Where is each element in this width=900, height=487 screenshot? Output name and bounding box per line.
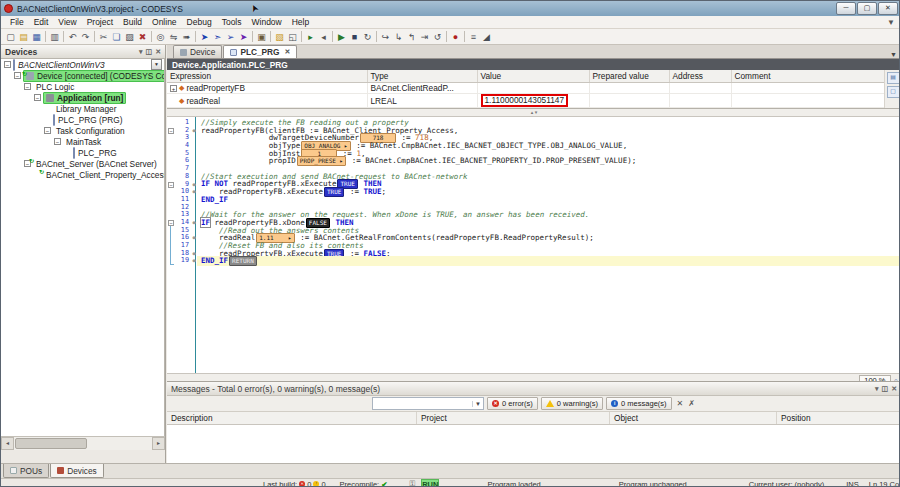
new-file-icon[interactable]: ▢ [4, 30, 17, 43]
tree-horizontal-scrollbar[interactable]: ◂ ▸ [1, 436, 165, 450]
minimize-button[interactable]: ─ [836, 2, 856, 15]
print-icon[interactable]: ▥ [48, 30, 61, 43]
paste-icon[interactable]: ▨ [123, 30, 136, 43]
collapse-icon[interactable]: − [44, 127, 51, 134]
pin-icon[interactable]: ◫ [146, 48, 153, 56]
menu-project[interactable]: Project [82, 17, 118, 27]
scrollbar-thumb[interactable] [15, 438, 87, 449]
tab-pous[interactable]: POUs [3, 464, 49, 478]
dock-menu-icon[interactable]: ▾ [875, 385, 879, 393]
menu-edit[interactable]: Edit [29, 17, 54, 27]
watch-code-splitter[interactable]: ▴ ▾ [167, 109, 900, 117]
menu-online[interactable]: Online [147, 17, 182, 27]
tab-list-dropdown-icon[interactable]: ▼ [890, 51, 897, 58]
close-button[interactable]: ✕ [878, 2, 898, 15]
fold-collapse-icon[interactable]: − [167, 219, 175, 227]
monitor-pane-icon[interactable]: ▢ [887, 86, 900, 98]
find-next-icon[interactable]: ➠ [180, 30, 193, 43]
menu-window[interactable]: Window [247, 17, 287, 27]
expand-icon[interactable]: + [170, 85, 177, 92]
table-row[interactable]: ◆readRealLREAL1.1100000143051147 [167, 94, 885, 108]
breakpoint-icon[interactable]: ● [449, 30, 462, 43]
cut-icon[interactable]: ✂ [97, 30, 110, 43]
start-icon[interactable]: ▶ [335, 30, 348, 43]
maximize-button[interactable]: ▢ [857, 2, 877, 15]
collapse-icon[interactable]: − [34, 94, 41, 101]
messages-column-position[interactable]: Position [777, 412, 900, 424]
menu-file[interactable]: File [5, 17, 29, 27]
watch-column-header[interactable]: Prepared value [589, 70, 669, 83]
build-icon[interactable]: ➣ [211, 30, 224, 43]
scroll-left-icon[interactable]: ◂ [1, 437, 14, 450]
device-combo-dropdown-icon[interactable]: ▼ [151, 59, 162, 70]
menu-debug[interactable]: Debug [182, 17, 217, 27]
dock-menu-icon[interactable]: ▾ [139, 48, 143, 56]
step-into-icon[interactable]: ↳ [392, 30, 405, 43]
errors-filter-button[interactable]: ✕ 0 error(s) [487, 397, 538, 410]
collapse-icon[interactable]: − [14, 72, 21, 79]
menu-help[interactable]: Help [287, 17, 314, 27]
redo-icon[interactable]: ↷ [79, 30, 92, 43]
tree-item[interactable]: −Task Configuration [1, 125, 164, 136]
tab-device[interactable]: Device [173, 45, 222, 58]
tab-devices[interactable]: Devices [50, 464, 104, 478]
tab-close-icon[interactable]: ✕ [285, 48, 291, 56]
menu-build[interactable]: Build [118, 17, 147, 27]
filter-icon[interactable]: ▼ [887, 18, 895, 27]
tree-item[interactable]: Library Manager [1, 103, 164, 114]
pin-icon[interactable]: ◫ [882, 385, 889, 393]
watch-column-header[interactable]: Value [477, 70, 589, 83]
stop-icon[interactable]: ■ [348, 30, 361, 43]
watch-column-header[interactable]: Expression [167, 70, 367, 83]
tree-item[interactable]: PLC_PRG (PRG) [1, 114, 164, 125]
step-over-icon[interactable]: ↪ [379, 30, 392, 43]
reset-icon[interactable]: ↺ [431, 30, 444, 43]
display-mode-icon[interactable]: ◢ [480, 30, 493, 43]
monitor-list-icon[interactable]: ▤ [887, 72, 900, 84]
code-editor[interactable]: 1//Simply execute the FB reading out a p… [167, 117, 900, 373]
tree-item[interactable]: −PLC Logic [1, 81, 164, 92]
tab-plc-prg[interactable]: PLC_PRG ✕ [223, 45, 297, 58]
device-add-icon[interactable]: ◱ [286, 30, 299, 43]
messages-filter-button[interactable]: i 0 message(s) [606, 397, 671, 410]
delete-icon[interactable]: ✖ [136, 30, 149, 43]
rebuild-icon[interactable]: ➢ [224, 30, 237, 43]
tree-item[interactable]: −Application [run] [1, 92, 164, 103]
tree-item[interactable]: −MainTask [1, 136, 164, 147]
menu-tools[interactable]: Tools [217, 17, 247, 27]
single-cycle-icon[interactable]: ↻ [361, 30, 374, 43]
fold-collapse-icon[interactable]: − [167, 127, 175, 135]
new-folder-icon[interactable]: ▧ [273, 30, 286, 43]
open-file-icon[interactable]: ▤ [17, 30, 30, 43]
replace-icon[interactable]: ⇋ [167, 30, 180, 43]
flow-control-icon[interactable]: ≡ [467, 30, 480, 43]
table-row[interactable]: +◆readPropertyFBBACnet.ClientReadP... [167, 83, 885, 94]
save-icon[interactable]: ▦ [30, 30, 43, 43]
close-panel-icon[interactable]: ✕ [891, 385, 897, 393]
collapse-icon[interactable]: − [54, 138, 61, 145]
messages-column-description[interactable]: Description [167, 412, 417, 424]
undo-icon[interactable]: ↶ [66, 30, 79, 43]
logout-icon[interactable]: ◂ [317, 30, 330, 43]
library-icon[interactable]: ▣ [255, 30, 268, 43]
run-to-cursor-icon[interactable]: ⇥ [418, 30, 431, 43]
messages-column-object[interactable]: Object [610, 412, 777, 424]
clean-icon[interactable]: ➤ [237, 30, 250, 43]
close-panel-icon[interactable]: ✕ [155, 48, 161, 56]
messages-column-project[interactable]: Project [417, 412, 610, 424]
clear-all-messages-icon[interactable]: ✗ [688, 399, 695, 408]
tree-item[interactable]: −↻BACnet_Server (BACnet Server) [1, 158, 164, 169]
collapse-icon[interactable]: − [4, 61, 11, 68]
clear-messages-icon[interactable]: ✕ [677, 399, 684, 408]
watch-column-header[interactable]: Comment [731, 70, 885, 83]
login-icon[interactable]: ▸ [304, 30, 317, 43]
menu-view[interactable]: View [53, 17, 81, 27]
copy-icon[interactable]: ❏ [110, 30, 123, 43]
collapse-icon[interactable]: − [24, 83, 31, 90]
message-category-combo[interactable]: ▼ [372, 397, 484, 410]
tree-item[interactable]: PLC_PRG [1, 147, 164, 158]
tree-item[interactable]: ↻BACnet_Client_Property_Access (BACnet C… [1, 169, 164, 180]
find-icon[interactable]: ◎ [154, 30, 167, 43]
step-out-icon[interactable]: ↰ [405, 30, 418, 43]
compile-icon[interactable]: ➤ [198, 30, 211, 43]
